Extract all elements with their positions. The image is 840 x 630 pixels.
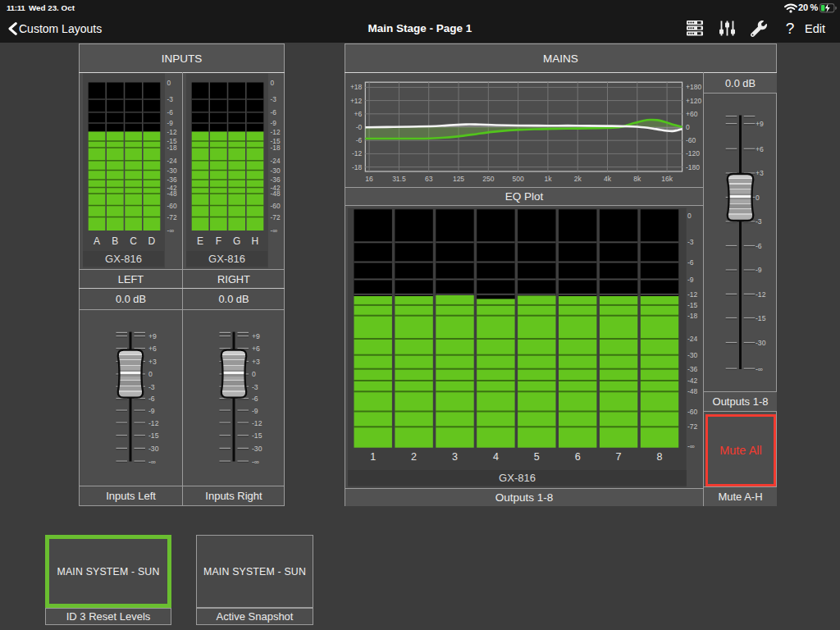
svg-text:+18: +18 [350, 83, 363, 91]
svg-text:-120: -120 [686, 149, 700, 158]
svg-text:GX-816: GX-816 [105, 253, 142, 265]
svg-text:-30: -30 [756, 339, 766, 347]
svg-text:+9: +9 [148, 332, 157, 340]
svg-text:0: 0 [686, 123, 690, 131]
svg-text:-24: -24 [167, 157, 177, 165]
svg-text:1: 1 [370, 451, 376, 463]
svg-text:8: 8 [657, 451, 663, 463]
svg-text:8k: 8k [633, 175, 641, 183]
svg-text:-36: -36 [271, 176, 281, 184]
svg-text:+3: +3 [756, 169, 764, 177]
svg-text:16k: 16k [661, 175, 673, 183]
svg-text:0: 0 [252, 370, 256, 378]
svg-text:+60: +60 [686, 110, 698, 118]
svg-text:-3: -3 [167, 95, 174, 103]
svg-text:-6: -6 [252, 395, 258, 403]
svg-text:-∞: -∞ [756, 365, 763, 373]
svg-text:-30: -30 [167, 167, 177, 175]
svg-text:+9: +9 [756, 120, 764, 128]
svg-text:-6: -6 [356, 136, 363, 144]
svg-text:-18: -18 [271, 144, 281, 152]
svg-text:-0: -0 [356, 123, 363, 131]
svg-text:-30: -30 [252, 445, 262, 453]
svg-text:-72: -72 [167, 213, 177, 221]
svg-text:-12: -12 [252, 419, 262, 427]
svg-text:GX-816: GX-816 [208, 253, 245, 265]
svg-text:125: 125 [453, 175, 464, 183]
svg-text:250: 250 [482, 175, 494, 183]
svg-text:-24: -24 [687, 335, 698, 343]
svg-text:+6: +6 [354, 110, 363, 118]
svg-text:2: 2 [411, 451, 417, 463]
svg-text:-9: -9 [167, 119, 174, 127]
svg-text:-3: -3 [271, 95, 277, 103]
svg-text:5: 5 [534, 451, 540, 463]
svg-text:+3: +3 [148, 358, 157, 366]
svg-text:+3: +3 [252, 358, 260, 366]
svg-text:GX-816: GX-816 [499, 472, 536, 484]
svg-text:-15: -15 [687, 301, 698, 309]
svg-text:-12: -12 [756, 290, 766, 299]
svg-text:+12: +12 [350, 97, 363, 105]
svg-text:-12: -12 [352, 149, 363, 158]
svg-text:6: 6 [575, 451, 581, 463]
svg-text:+6: +6 [148, 345, 157, 353]
svg-text:-15: -15 [148, 431, 159, 440]
svg-text:-15: -15 [756, 314, 766, 322]
svg-text:2k: 2k [574, 175, 582, 183]
svg-text:7: 7 [616, 451, 622, 463]
svg-text:-∞: -∞ [167, 226, 175, 235]
svg-text:-30: -30 [687, 351, 698, 359]
svg-text:-∞: -∞ [687, 442, 695, 450]
svg-text:-9: -9 [252, 407, 258, 415]
svg-text:-3: -3 [687, 238, 694, 246]
svg-text:0: 0 [687, 212, 692, 220]
svg-text:-6: -6 [271, 108, 277, 116]
svg-text:-48: -48 [687, 387, 698, 395]
svg-text:-36: -36 [687, 365, 698, 373]
svg-text:-24: -24 [271, 157, 281, 165]
svg-text:1k: 1k [544, 175, 552, 183]
svg-text:-12: -12 [148, 419, 159, 427]
svg-text:-30: -30 [148, 445, 159, 453]
svg-text:-9: -9 [687, 276, 694, 284]
svg-text:-12: -12 [271, 128, 281, 136]
svg-text:4: 4 [493, 451, 499, 463]
svg-text:-48: -48 [271, 189, 281, 198]
svg-text:-12: -12 [167, 128, 177, 136]
svg-text:31.5: 31.5 [392, 175, 406, 183]
svg-text:3: 3 [452, 451, 458, 463]
svg-text:63: 63 [425, 175, 433, 183]
svg-text:-∞: -∞ [148, 458, 156, 466]
svg-text:-6: -6 [756, 242, 762, 250]
svg-text:-9: -9 [271, 119, 277, 127]
svg-text:-36: -36 [167, 176, 177, 184]
svg-text:16: 16 [365, 175, 373, 183]
svg-text:-60: -60 [687, 408, 698, 416]
svg-text:0: 0 [756, 194, 760, 202]
svg-text:-9: -9 [148, 407, 155, 415]
svg-text:-∞: -∞ [252, 458, 259, 466]
svg-text:-6: -6 [167, 108, 174, 116]
svg-text:-30: -30 [271, 167, 281, 175]
svg-text:+180: +180 [686, 83, 701, 91]
svg-text:-48: -48 [167, 189, 177, 198]
svg-text:+120: +120 [686, 97, 701, 105]
svg-text:-60: -60 [167, 202, 177, 210]
svg-text:-6: -6 [148, 395, 155, 403]
svg-text:-9: -9 [756, 266, 762, 274]
svg-text:500: 500 [513, 175, 524, 183]
svg-text:-180: -180 [686, 163, 700, 171]
svg-text:-6: -6 [687, 258, 694, 267]
svg-text:-15: -15 [252, 431, 262, 440]
svg-text:0: 0 [167, 79, 171, 87]
svg-text:-42: -42 [687, 377, 698, 385]
svg-text:-12: -12 [687, 290, 698, 299]
svg-text:-3: -3 [148, 383, 155, 391]
svg-text:-3: -3 [252, 383, 258, 391]
svg-text:-18: -18 [352, 163, 363, 171]
svg-text:-72: -72 [271, 213, 281, 221]
svg-text:+6: +6 [252, 345, 260, 353]
svg-text:0: 0 [271, 79, 275, 87]
svg-text:-3: -3 [756, 217, 762, 226]
